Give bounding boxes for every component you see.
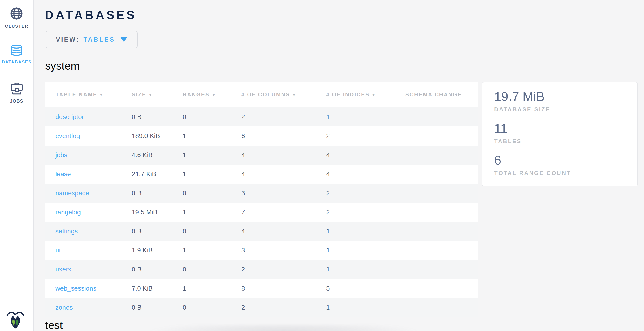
- sidebar-item-databases[interactable]: DATABASES: [2, 45, 32, 65]
- column-header-label: SCHEMA CHANGE: [405, 92, 462, 98]
- sidebar-item-jobs[interactable]: JOBS: [10, 82, 24, 104]
- table-row-eventlog: eventlog189.0 KiB162: [45, 126, 478, 145]
- cell-num-indices: 1: [316, 241, 395, 260]
- cell-num-indices: 2: [316, 184, 395, 203]
- globe-icon: [10, 7, 23, 20]
- sort-arrow-icon: ▾: [149, 92, 152, 97]
- cell-schema-change: [395, 184, 478, 203]
- cell-ranges: 1: [172, 279, 231, 298]
- sort-arrow-icon: ▾: [212, 92, 216, 97]
- cell-ranges: 1: [172, 241, 231, 260]
- stat-label: DATABASE SIZE: [494, 106, 638, 113]
- table-name-link[interactable]: rangelog: [45, 203, 121, 222]
- cell-num-columns: 2: [231, 107, 316, 126]
- database-section-title-test: test: [45, 319, 63, 331]
- column-header-label: SIZE: [132, 92, 146, 98]
- table-row-rangelog: rangelog19.5 MiB172: [45, 203, 478, 222]
- sidebar-item-cluster[interactable]: CLUSTER: [5, 7, 28, 29]
- system-tables-table: TABLE NAME▾SIZE▾RANGES▾# OF COLUMNS▾# OF…: [45, 82, 478, 317]
- view-selector-label: VIEW:: [56, 36, 80, 43]
- cell-num-columns: 2: [231, 298, 316, 317]
- column-header-label: # OF INDICES: [326, 92, 370, 98]
- cell-schema-change: [395, 260, 478, 279]
- cell-num-indices: 5: [316, 279, 395, 298]
- sidebar-item-label: DATABASES: [2, 59, 32, 65]
- cell-num-columns: 4: [231, 222, 316, 241]
- page-title: DATABASES: [45, 8, 137, 22]
- table-row-users: users0 B021: [45, 260, 478, 279]
- cell-num-indices: 1: [316, 107, 395, 126]
- table-name-link[interactable]: eventlog: [45, 126, 121, 145]
- cell-size: 4.6 KiB: [121, 145, 172, 165]
- cell-ranges: 1: [172, 165, 231, 184]
- column-header-size[interactable]: SIZE▾: [121, 82, 172, 107]
- stat-label: TOTAL RANGE COUNT: [494, 170, 638, 176]
- column-header-label: # OF COLUMNS: [241, 92, 290, 98]
- cell-num-columns: 4: [231, 165, 316, 184]
- column-header--of-columns[interactable]: # OF COLUMNS▾: [231, 82, 316, 107]
- column-header-ranges[interactable]: RANGES▾: [172, 82, 231, 107]
- cell-schema-change: [395, 145, 478, 165]
- stat-database-size: 19.7 MiBDATABASE SIZE: [494, 90, 638, 113]
- cell-size: 0 B: [121, 184, 172, 203]
- cell-num-columns: 8: [231, 279, 316, 298]
- cell-schema-change: [395, 279, 478, 298]
- cell-size: 0 B: [121, 107, 172, 126]
- table-row-ui: ui1.9 KiB131: [45, 241, 478, 260]
- database-stats-panel: 19.7 MiBDATABASE SIZE11TABLES6TOTAL RANG…: [482, 82, 638, 186]
- stat-tables: 11TABLES: [494, 122, 638, 145]
- sort-arrow-icon: ▾: [100, 92, 103, 97]
- cell-ranges: 1: [172, 145, 231, 165]
- stat-value: 11: [494, 122, 638, 135]
- cell-ranges: 1: [172, 126, 231, 145]
- table-name-link[interactable]: descriptor: [45, 107, 121, 126]
- cell-num-indices: 1: [316, 222, 395, 241]
- stat-value: 6: [494, 154, 638, 167]
- sidebar: CLUSTERDATABASESJOBS: [0, 0, 34, 331]
- table-name-link[interactable]: settings: [45, 222, 121, 241]
- cell-size: 19.5 MiB: [121, 203, 172, 222]
- table-name-link[interactable]: ui: [45, 241, 121, 260]
- cell-schema-change: [395, 241, 478, 260]
- cell-schema-change: [395, 298, 478, 317]
- table-row-namespace: namespace0 B032: [45, 184, 478, 203]
- database-section-title-system: system: [45, 59, 80, 72]
- cell-num-indices: 1: [316, 298, 395, 317]
- cell-size: 0 B: [121, 222, 172, 241]
- cell-num-indices: 2: [316, 126, 395, 145]
- view-selector-dropdown[interactable]: VIEW: TABLES: [46, 31, 138, 48]
- sidebar-item-label: JOBS: [10, 99, 24, 104]
- cell-size: 21.7 KiB: [121, 165, 172, 184]
- cell-num-columns: 7: [231, 203, 316, 222]
- database-icon: [10, 45, 23, 56]
- cell-num-indices: 1: [316, 260, 395, 279]
- chevron-down-icon: [120, 37, 127, 42]
- table-name-link[interactable]: users: [45, 260, 121, 279]
- cell-schema-change: [395, 126, 478, 145]
- table-name-link[interactable]: zones: [45, 298, 121, 317]
- bottom-shadow: [149, 325, 419, 331]
- table-name-link[interactable]: namespace: [45, 184, 121, 203]
- column-header-table-name[interactable]: TABLE NAME▾: [45, 82, 121, 107]
- cell-schema-change: [395, 222, 478, 241]
- cell-schema-change: [395, 165, 478, 184]
- column-header--of-indices[interactable]: # OF INDICES▾: [316, 82, 395, 107]
- cell-size: 7.0 KiB: [121, 279, 172, 298]
- cockroachdb-bug-icon: [6, 310, 25, 329]
- table-row-zones: zones0 B021: [45, 298, 478, 317]
- column-header-label: RANGES: [183, 92, 210, 98]
- databases-page: CLUSTERDATABASESJOBS DATABASES VIEW: TAB…: [0, 0, 644, 331]
- cell-schema-change: [395, 107, 478, 126]
- briefcase-icon: [10, 82, 24, 95]
- table-row-descriptor: descriptor0 B021: [45, 107, 478, 126]
- table-row-jobs: jobs4.6 KiB144: [45, 145, 478, 165]
- table-name-link[interactable]: lease: [45, 165, 121, 184]
- cell-ranges: 1: [172, 203, 231, 222]
- stat-total-range-count: 6TOTAL RANGE COUNT: [494, 154, 638, 176]
- cell-size: 1.9 KiB: [121, 241, 172, 260]
- table-name-link[interactable]: web_sessions: [45, 279, 121, 298]
- table-row-lease: lease21.7 KiB144: [45, 165, 478, 184]
- cell-ranges: 0: [172, 298, 231, 317]
- cell-num-indices: 4: [316, 165, 395, 184]
- table-name-link[interactable]: jobs: [45, 145, 121, 165]
